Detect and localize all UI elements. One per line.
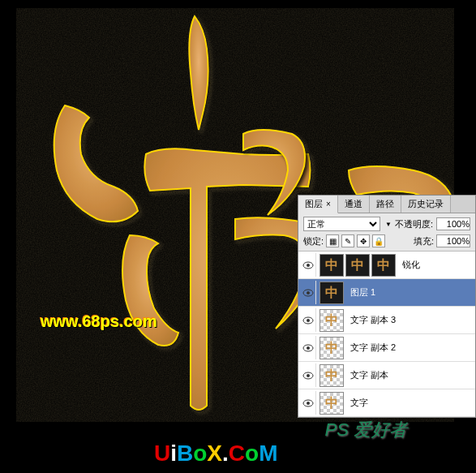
visibility-toggle[interactable] — [300, 391, 316, 415]
eye-icon — [302, 344, 314, 352]
layer-row[interactable]: 中 图层 1 — [298, 279, 475, 307]
panel-tabs: 图层× 通道 路径 历史记录 — [298, 196, 475, 213]
tab-history[interactable]: 历史记录 — [401, 196, 451, 213]
layer-thumbnail[interactable]: 中 — [319, 337, 344, 359]
close-icon[interactable]: × — [326, 200, 331, 209]
watermark-68ps: www.68ps.com — [41, 312, 157, 331]
visibility-toggle[interactable] — [300, 308, 316, 332]
layer-row[interactable]: 中 文字 副本 3 — [298, 307, 475, 334]
panel-controls: 正常 ▼ 不透明度: 锁定: ▦ ✎ ✥ 🔒 填充: — [298, 213, 475, 252]
lock-position-icon[interactable]: ✥ — [357, 234, 370, 247]
layer-thumbnail[interactable]: 中 — [319, 392, 344, 415]
watermark-ps-text: PS 爱好者 — [325, 418, 407, 442]
svg-point-1 — [307, 264, 310, 267]
layer-thumbnail[interactable]: 中 — [345, 254, 370, 277]
visibility-toggle[interactable] — [300, 281, 316, 304]
visibility-toggle[interactable] — [300, 336, 316, 359]
layer-name[interactable]: 文字 副本 3 — [347, 314, 474, 326]
fill-input[interactable] — [436, 234, 470, 247]
svg-point-5 — [307, 319, 310, 322]
eye-icon — [302, 261, 314, 269]
svg-point-11 — [307, 402, 310, 405]
chevron-down-icon: ▼ — [385, 221, 392, 228]
layer-name[interactable]: 锐化 — [399, 259, 474, 271]
layer-row[interactable]: 中 文字 副本 — [298, 362, 475, 389]
layers-panel: 图层× 通道 路径 历史记录 正常 ▼ 不透明度: 锁定: ▦ ✎ ✥ 🔒 填充… — [298, 195, 476, 418]
svg-point-3 — [307, 291, 310, 295]
visibility-toggle[interactable] — [300, 253, 316, 277]
tab-channels[interactable]: 通道 — [338, 196, 370, 213]
watermark-uibox: UiBoX.CoM — [154, 441, 278, 467]
eye-icon — [302, 372, 314, 380]
layer-name[interactable]: 图层 1 — [347, 286, 474, 299]
opacity-label: 不透明度: — [395, 218, 433, 230]
layer-name[interactable]: 文字 副本 2 — [347, 342, 474, 354]
eye-icon — [302, 399, 314, 407]
layer-thumbnail[interactable]: 中 — [319, 309, 344, 332]
layer-thumbnail[interactable]: 中 — [371, 254, 396, 277]
lock-label: 锁定: — [303, 235, 324, 247]
layer-name[interactable]: 文字 — [347, 397, 474, 409]
layer-row[interactable]: 中 文字 副本 2 — [298, 334, 475, 362]
layer-thumbnail[interactable]: 中 — [319, 254, 344, 277]
svg-point-7 — [307, 346, 310, 350]
tab-layers[interactable]: 图层× — [298, 196, 338, 213]
eye-icon — [302, 316, 314, 325]
lock-pixels-icon[interactable]: ✎ — [341, 234, 354, 247]
eye-icon — [302, 289, 314, 297]
tab-paths[interactable]: 路径 — [370, 196, 401, 213]
fill-label: 填充: — [414, 235, 434, 247]
blend-mode-select[interactable]: 正常 — [303, 217, 380, 231]
visibility-toggle[interactable] — [300, 363, 316, 387]
layer-thumbnail[interactable]: 中 — [319, 282, 344, 304]
layer-name[interactable]: 文字 副本 — [347, 369, 474, 381]
layers-list: 中 中 中 锐化 中 图层 1 中 文字 副本 3 中 — [298, 252, 475, 417]
opacity-input[interactable] — [436, 217, 470, 230]
svg-point-9 — [307, 374, 310, 377]
lock-transparency-icon[interactable]: ▦ — [326, 234, 339, 247]
layer-thumbnail[interactable]: 中 — [319, 364, 344, 387]
layer-row[interactable]: 中 文字 — [298, 389, 475, 417]
layer-row[interactable]: 中 中 中 锐化 — [298, 252, 475, 279]
lock-all-icon[interactable]: 🔒 — [372, 234, 385, 247]
